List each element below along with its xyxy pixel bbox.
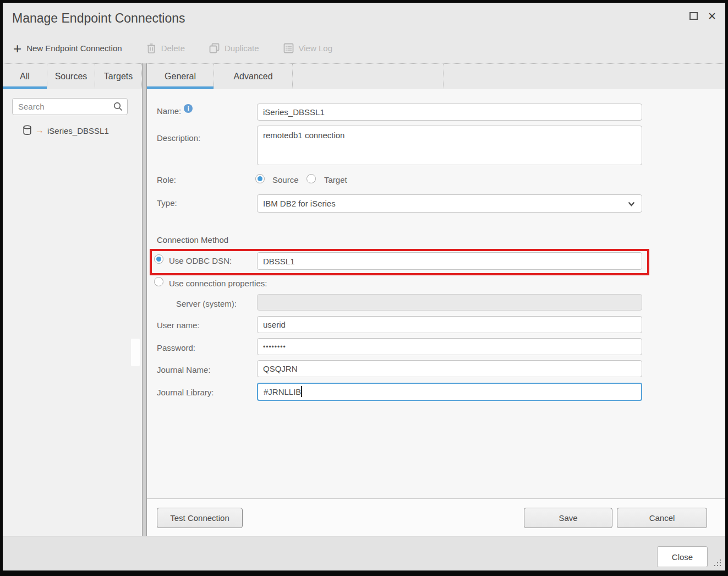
view-log-button[interactable]: View Log bbox=[283, 43, 332, 53]
tab-all[interactable]: All bbox=[3, 64, 47, 89]
info-icon[interactable]: i bbox=[184, 104, 193, 113]
new-endpoint-connection-button[interactable]: + New Endpoint Connection bbox=[13, 43, 122, 54]
tab-targets-label: Targets bbox=[104, 72, 133, 81]
password-label: Password: bbox=[157, 343, 195, 352]
endpoint-list-item[interactable]: → iSeries_DBSSL1 bbox=[3, 122, 142, 139]
duplicate-label: Duplicate bbox=[225, 44, 259, 53]
search-input[interactable] bbox=[13, 99, 107, 115]
role-source-label[interactable]: Source bbox=[272, 175, 299, 184]
maximize-icon[interactable] bbox=[689, 12, 698, 20]
cancel-button[interactable]: Cancel bbox=[617, 508, 707, 528]
user-name-label: User name: bbox=[157, 320, 200, 330]
dialog-title: Manage Endpoint Connections bbox=[12, 11, 185, 26]
panel-splitter[interactable] bbox=[142, 63, 147, 536]
journal-name-input[interactable] bbox=[257, 360, 642, 377]
search-icon bbox=[113, 102, 123, 111]
description-textarea[interactable]: remotedb1 connection bbox=[257, 126, 642, 165]
name-label: Name:i bbox=[157, 104, 193, 116]
view-log-label: View Log bbox=[299, 44, 332, 53]
tab-advanced-label: Advanced bbox=[233, 72, 272, 81]
close-button[interactable]: Close bbox=[657, 546, 708, 567]
duplicate-button[interactable]: Duplicate bbox=[209, 43, 259, 53]
endpoint-name: iSeries_DBSSL1 bbox=[47, 126, 109, 135]
endpoint-detail-panel: Name:i Description: remotedb1 connection… bbox=[147, 89, 725, 536]
text-cursor bbox=[301, 386, 302, 397]
test-connection-button[interactable]: Test Connection bbox=[157, 508, 243, 528]
server-input bbox=[257, 294, 642, 311]
password-input[interactable] bbox=[257, 338, 642, 355]
tab-advanced[interactable]: Advanced bbox=[214, 64, 293, 89]
use-connection-properties-radio[interactable] bbox=[154, 277, 163, 286]
server-label: Server (system): bbox=[176, 299, 237, 308]
tab-sources-label: Sources bbox=[55, 72, 87, 81]
save-button[interactable]: Save bbox=[524, 508, 612, 528]
use-connection-properties-label[interactable]: Use connection properties: bbox=[169, 279, 267, 288]
tab-targets[interactable]: Targets bbox=[95, 64, 142, 89]
new-endpoint-label: New Endpoint Connection bbox=[26, 44, 122, 53]
plus-icon: + bbox=[13, 43, 21, 54]
use-odbc-dsn-radio[interactable] bbox=[154, 254, 163, 264]
close-icon[interactable]: ✕ bbox=[708, 11, 716, 21]
form-button-row: Test Connection Save Cancel bbox=[147, 498, 725, 536]
type-select-value: IBM DB2 for iSeries bbox=[263, 199, 336, 208]
name-input[interactable] bbox=[257, 104, 642, 121]
connection-method-heading: Connection Method bbox=[157, 235, 228, 244]
odbc-dsn-input[interactable] bbox=[257, 252, 642, 270]
role-target-radio[interactable] bbox=[306, 174, 316, 183]
journal-library-input[interactable] bbox=[257, 383, 642, 401]
title-bar: Manage Endpoint Connections ✕ bbox=[3, 3, 725, 33]
duplicate-icon bbox=[209, 43, 220, 53]
journal-library-label: Journal Library: bbox=[157, 388, 214, 397]
search-box bbox=[12, 98, 128, 115]
description-label: Description: bbox=[157, 133, 200, 143]
role-label: Role: bbox=[157, 175, 176, 184]
resize-grip-icon[interactable] bbox=[714, 559, 722, 567]
dialog-window: Manage Endpoint Connections ✕ + New Endp… bbox=[3, 3, 725, 570]
toolbar: + New Endpoint Connection Delete Duplica… bbox=[3, 33, 725, 63]
role-source-radio[interactable] bbox=[255, 174, 265, 183]
delete-button[interactable]: Delete bbox=[146, 43, 185, 53]
tab-strip-spacer bbox=[293, 64, 444, 89]
trash-icon bbox=[146, 43, 156, 53]
window-controls: ✕ bbox=[689, 10, 716, 22]
left-panel-scrollbar-thumb[interactable] bbox=[131, 339, 140, 366]
user-name-input[interactable] bbox=[257, 316, 642, 333]
endpoint-list-panel: → iSeries_DBSSL1 bbox=[3, 89, 142, 536]
database-icon bbox=[23, 125, 32, 136]
tab-general[interactable]: General bbox=[147, 64, 214, 89]
chevron-down-icon bbox=[628, 202, 635, 207]
log-icon bbox=[283, 43, 294, 53]
tab-strip: All Sources Targets General Advanced bbox=[3, 63, 725, 89]
dialog-footer: Close bbox=[3, 536, 725, 570]
tab-all-label: All bbox=[20, 72, 30, 81]
source-arrow-icon: → bbox=[35, 126, 44, 135]
role-target-label[interactable]: Target bbox=[324, 175, 347, 184]
journal-name-label: Journal Name: bbox=[157, 365, 211, 374]
tab-general-label: General bbox=[165, 72, 196, 81]
type-select[interactable]: IBM DB2 for iSeries bbox=[257, 194, 642, 213]
use-odbc-dsn-label[interactable]: Use ODBC DSN: bbox=[169, 256, 232, 265]
type-label: Type: bbox=[157, 198, 177, 208]
delete-label: Delete bbox=[161, 44, 185, 53]
tab-sources[interactable]: Sources bbox=[47, 64, 95, 89]
general-form: Name:i Description: remotedb1 connection… bbox=[147, 89, 725, 498]
